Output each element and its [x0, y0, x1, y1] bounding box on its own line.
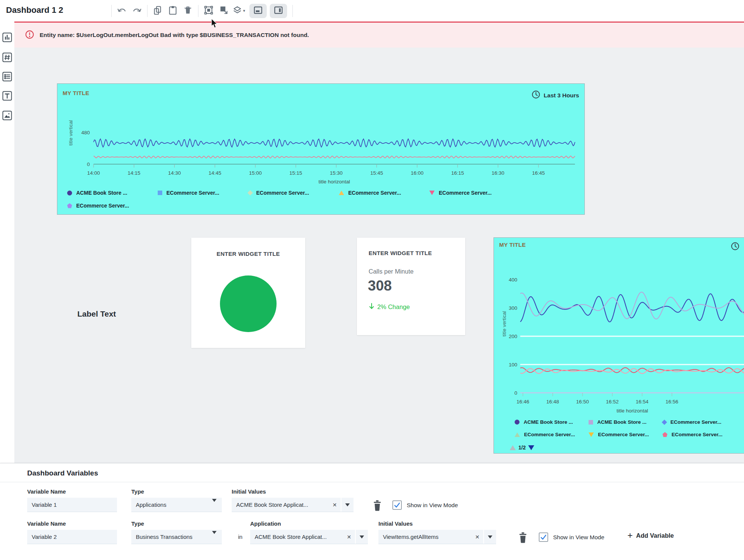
- legend-item[interactable]: ECommerce Server...: [515, 432, 589, 437]
- x-icon[interactable]: ✕: [471, 534, 483, 540]
- legend-label: ECommerce Server...: [348, 190, 401, 196]
- text-widget-icon[interactable]: [2, 91, 12, 101]
- time-range[interactable]: Last 3 Hours: [531, 90, 579, 101]
- ungroup-icon: [219, 5, 229, 17]
- initial-values-select[interactable]: ViewItems.getAllItems ✕: [378, 530, 496, 544]
- type-select[interactable]: Business Transactions: [131, 530, 222, 544]
- timeseries-widget-1[interactable]: MY TITLE Last 3 Hours 480014:0014:1514:3…: [57, 83, 585, 215]
- legend-item[interactable]: ECommerce Server...: [339, 190, 429, 196]
- paste-button[interactable]: [165, 3, 180, 18]
- delete-variable-button[interactable]: [372, 500, 383, 511]
- chevron-down-icon: [208, 534, 222, 540]
- x-icon[interactable]: ✕: [343, 534, 355, 540]
- metric-widget[interactable]: ENTER WIDGET TITLE Calls per Minute 308 …: [357, 238, 465, 335]
- svg-text:title horizontal: title horizontal: [318, 179, 350, 185]
- svg-text:16:45: 16:45: [532, 170, 545, 176]
- svg-text:16:50: 16:50: [576, 399, 589, 405]
- trash-icon: [183, 6, 192, 16]
- chart-widget-icon[interactable]: [2, 32, 12, 43]
- page-up-icon[interactable]: [510, 445, 516, 450]
- toggle-right-panel-button[interactable]: [270, 4, 287, 18]
- clock-icon[interactable]: [730, 242, 740, 252]
- legend-item[interactable]: ECommerce Server...: [158, 190, 248, 196]
- svg-text:16:54: 16:54: [636, 399, 649, 405]
- legend-item[interactable]: ECommerce Server...: [429, 190, 520, 196]
- widget-title: MY TITLE: [63, 90, 89, 101]
- chevron-down-icon[interactable]: [341, 498, 354, 512]
- error-message: Entity name: $UserLogOut.memberLogOut Ba…: [40, 32, 309, 38]
- legend-item[interactable]: ECommerce Server...: [663, 432, 736, 437]
- legend-label: ECommerce Server...: [439, 190, 492, 196]
- delete-variable-button[interactable]: [518, 532, 528, 543]
- redo-icon: [132, 5, 142, 17]
- chart2-legend-row-1: ACME Book Store ... ACME Book Store ... …: [515, 419, 736, 425]
- toggle-bottom-panel-button[interactable]: [249, 4, 267, 18]
- show-in-view-mode-checkbox[interactable]: [392, 500, 402, 510]
- chevron-down-icon[interactable]: [355, 530, 368, 544]
- legend-item[interactable]: ACME Book Store ...: [589, 419, 663, 425]
- number-widget-icon[interactable]: [2, 52, 12, 63]
- selected-value: Applications: [131, 502, 208, 508]
- variable-name-input[interactable]: Variable 1: [27, 498, 117, 512]
- legend-label: ECommerce Server...: [672, 432, 722, 437]
- type-label: Type: [131, 520, 144, 527]
- copy-button[interactable]: [150, 3, 165, 18]
- variable-name-input[interactable]: Variable 2: [27, 530, 117, 544]
- legend-label: ECommerce Server...: [598, 432, 649, 437]
- toolbar-divider: [292, 5, 293, 17]
- list-widget-icon[interactable]: [2, 71, 12, 82]
- x-icon[interactable]: ✕: [329, 502, 341, 508]
- svg-text:14:30: 14:30: [168, 170, 181, 176]
- widget-title: ENTER WIDGET TITLE: [191, 251, 305, 257]
- triangle-down-marker-icon: [429, 191, 435, 195]
- legend-item[interactable]: ACME Book Store ...: [515, 419, 589, 425]
- type-select[interactable]: Applications: [131, 498, 222, 512]
- widget-palette-sidebar: [0, 22, 14, 463]
- metric-value: 308: [368, 278, 392, 294]
- circle-widget[interactable]: ENTER WIDGET TITLE: [191, 238, 305, 348]
- svg-text:0: 0: [514, 390, 517, 396]
- application-select[interactable]: ACME Book Store Applicat... ✕: [250, 530, 368, 544]
- dashboard-title[interactable]: Dashboard 1 2: [6, 5, 63, 15]
- diamond-marker-icon: [662, 419, 667, 425]
- mouse-cursor: [210, 18, 219, 30]
- image-widget-icon[interactable]: [2, 110, 12, 121]
- legend-item[interactable]: ECommerce Server...: [248, 190, 339, 196]
- timeseries-widget-2[interactable]: MY TITLE 400300200100016:4616:4816:5016:…: [493, 237, 744, 454]
- initial-values-select[interactable]: ACME Book Store Applicat... ✕: [232, 498, 354, 512]
- chevron-down-icon[interactable]: [483, 530, 496, 544]
- legend-item[interactable]: ECommerce Server...: [663, 419, 736, 425]
- selected-chip: ViewItems.getAllItems: [378, 534, 471, 540]
- svg-text:0: 0: [87, 162, 90, 167]
- legend-label: ACME Book Store ...: [524, 419, 573, 425]
- page-indicator: 1/2: [518, 445, 526, 451]
- delete-button[interactable]: [180, 3, 195, 18]
- legend-label: ECommerce Server...: [256, 190, 309, 196]
- svg-text:14:45: 14:45: [209, 170, 221, 176]
- label-widget[interactable]: Label Text: [77, 309, 116, 318]
- selected-chip: ACME Book Store Applicat...: [250, 534, 343, 540]
- circle-marker-icon: [67, 191, 72, 195]
- svg-text:title vertical: title vertical: [501, 311, 507, 337]
- legend-item[interactable]: ECommerce Server...: [589, 432, 663, 437]
- group-button[interactable]: [201, 3, 216, 18]
- undo-button[interactable]: [114, 3, 129, 18]
- show-in-view-mode-checkbox[interactable]: [539, 532, 548, 542]
- legend-label: ECommerce Server...: [524, 432, 575, 437]
- paste-icon: [168, 5, 178, 17]
- legend-item[interactable]: ACME Book Store ...: [67, 190, 158, 196]
- layers-button[interactable]: ▾: [231, 3, 246, 18]
- ungroup-button[interactable]: [216, 3, 231, 18]
- page-down-icon[interactable]: [528, 445, 534, 450]
- add-variable-button[interactable]: + Add Variable: [627, 532, 674, 539]
- redo-button[interactable]: [129, 3, 144, 18]
- legend-item[interactable]: ECommerce Server...: [67, 203, 158, 209]
- layers-icon: [232, 5, 242, 17]
- chevron-down-icon: ▾: [243, 8, 245, 13]
- arrow-down-icon: [369, 303, 375, 311]
- svg-text:100: 100: [509, 362, 517, 368]
- chart2-legend-row-2: ECommerce Server... ECommerce Server... …: [515, 432, 736, 437]
- svg-text:400: 400: [509, 277, 517, 283]
- svg-text:15:00: 15:00: [249, 170, 262, 176]
- undo-icon: [117, 5, 127, 17]
